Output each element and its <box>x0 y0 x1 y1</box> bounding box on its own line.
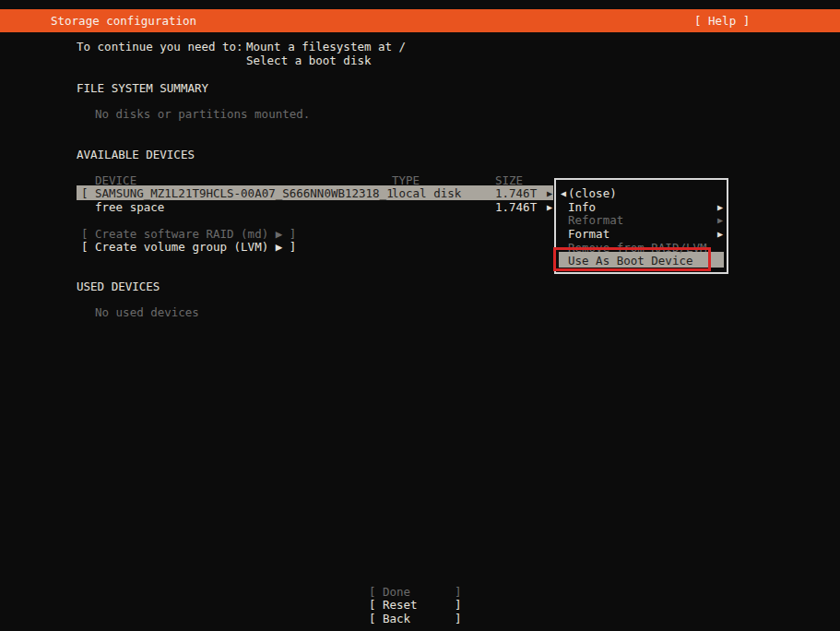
available-devices-heading: AVAILABLE DEVICES <box>77 148 195 161</box>
device-row-type: local disk <box>392 186 461 200</box>
done-button: [ Done ] <box>369 585 461 599</box>
page-title: Storage configuration <box>51 14 196 28</box>
bracket-open: [ <box>369 585 376 599</box>
bracket-close: ] <box>455 598 462 612</box>
create-software-raid-button: [ Create software RAID (md) ▶ ] <box>81 227 296 241</box>
submenu-arrow-icon: ▶ <box>717 213 723 227</box>
annotation-highlight-box <box>553 247 711 271</box>
notice-requirement-boot: Select a boot disk <box>246 54 371 67</box>
back-button-label: Back <box>383 612 410 625</box>
filesystem-summary-empty-message: No disks or partitions mounted. <box>95 107 310 121</box>
device-row-samsung[interactable]: [ SAMSUNG_MZ1L21T9HCLS-00A07_S666NN0WB12… <box>77 185 553 200</box>
filesystem-summary-heading: FILE SYSTEM SUMMARY <box>77 81 208 95</box>
menu-item-label: Format <box>568 227 609 241</box>
device-row-label: [ SAMSUNG_MZ1L21T9HCLS-00A07_S666NN0WB12… <box>81 186 394 200</box>
free-space-label: free space <box>95 200 164 214</box>
menu-item-label: Info <box>568 200 596 214</box>
close-arrow-icon: ◀ <box>561 186 566 200</box>
device-row-size: 1.746T <box>495 186 537 200</box>
used-devices-empty-message: No used devices <box>95 305 199 319</box>
storage-configuration-screen: Storage configuration [ Help ] To contin… <box>0 0 840 631</box>
done-button-label: Done <box>383 585 410 599</box>
back-button[interactable]: [ Back ] <box>369 612 461 625</box>
submenu-arrow-icon: ▶ <box>547 186 552 200</box>
bracket-open: [ <box>369 598 376 612</box>
used-devices-heading: USED DEVICES <box>77 280 160 293</box>
free-space-size: 1.746T <box>495 200 537 214</box>
notice-requirement-mount: Mount a filesystem at / <box>246 40 406 54</box>
menu-item-label: Reformat <box>568 213 623 227</box>
title-bar: Storage configuration [ Help ] <box>0 9 840 32</box>
reset-button[interactable]: [ Reset ] <box>369 598 461 612</box>
submenu-arrow-icon: ▶ <box>717 227 723 241</box>
help-button[interactable]: [ Help ] <box>694 14 750 28</box>
bracket-close: ] <box>455 585 462 599</box>
create-volume-group-button[interactable]: [ Create volume group (LVM) ▶ ] <box>81 240 296 254</box>
menu-item-info[interactable]: Info ▶ <box>556 200 727 214</box>
notice-prefix: To continue you need to: <box>77 40 243 54</box>
menu-item-reformat: Reformat ▶ <box>556 213 727 227</box>
device-row-free-space[interactable]: free space 1.746T ▶ <box>77 199 553 214</box>
reset-button-label: Reset <box>383 598 418 612</box>
bracket-close: ] <box>455 612 462 625</box>
bracket-open: [ <box>369 612 376 625</box>
submenu-arrow-icon: ▶ <box>717 200 723 214</box>
menu-item-format[interactable]: Format ▶ <box>556 227 727 241</box>
submenu-arrow-icon: ▶ <box>547 200 552 214</box>
menu-item-label: (close) <box>568 186 617 200</box>
menu-item-close[interactable]: ◀ (close) <box>556 186 727 200</box>
